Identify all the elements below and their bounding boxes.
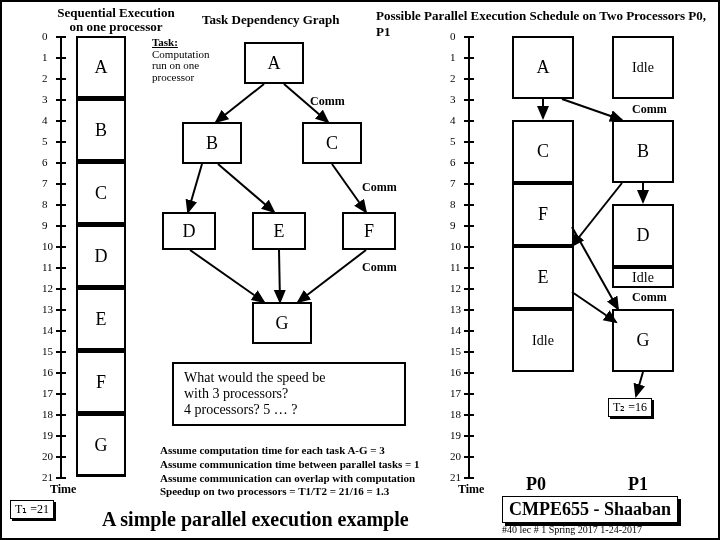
tick-label: 5 (450, 135, 456, 147)
dag-B: B (182, 122, 242, 164)
tick-mark (56, 309, 66, 311)
tick-mark (464, 78, 474, 80)
tick-label: 10 (42, 240, 53, 252)
dag-header: Task Dependency Graph (202, 12, 340, 28)
p0-C: C (512, 120, 574, 183)
tick-mark (56, 183, 66, 185)
tick-label: 0 (42, 30, 48, 42)
tick-mark (464, 99, 474, 101)
tick-label: 17 (42, 387, 53, 399)
tick-mark (56, 162, 66, 164)
tick-label: 4 (42, 114, 48, 126)
seq-F: F (76, 351, 126, 414)
tick-mark (464, 330, 474, 332)
tick-label: 12 (42, 282, 53, 294)
tick-label: 2 (450, 72, 456, 84)
tick-mark (464, 372, 474, 374)
tick-mark (464, 477, 474, 479)
tick-mark (56, 477, 66, 479)
tick-mark (56, 267, 66, 269)
tick-label: 9 (42, 219, 48, 231)
tick-mark (56, 393, 66, 395)
task-note: Task: Computation run on one processor (152, 37, 232, 83)
course-box: CMPE655 - Shaaban (502, 496, 678, 523)
tick-label: 8 (42, 198, 48, 210)
tick-label: 3 (42, 93, 48, 105)
dag-A: A (244, 42, 304, 84)
tick-label: 15 (450, 345, 461, 357)
tick-mark (464, 351, 474, 353)
tick-mark (464, 204, 474, 206)
assume-l3: Assume communication can overlap with co… (160, 472, 420, 486)
tick-mark (464, 36, 474, 38)
tick-mark (56, 414, 66, 416)
tick-label: 13 (42, 303, 53, 315)
tick-mark (464, 309, 474, 311)
seq-G: G (76, 414, 126, 477)
dag-F: F (342, 212, 396, 250)
comm-2: Comm (362, 180, 397, 195)
svg-line-15 (636, 372, 643, 396)
par-comm-1: Comm (632, 102, 667, 117)
tick-mark (56, 141, 66, 143)
q-l2: with 3 processors? (184, 386, 394, 402)
p1-label: P1 (628, 474, 648, 495)
seq-D: D (76, 225, 126, 288)
tick-mark (56, 456, 66, 458)
tick-label: 6 (42, 156, 48, 168)
tick-label: 1 (450, 51, 456, 63)
p1-idle1: Idle (612, 36, 674, 99)
tick-mark (464, 246, 474, 248)
tick-mark (56, 372, 66, 374)
slide-title: A simple parallel execution example (102, 508, 409, 531)
seq-axis (60, 36, 62, 478)
svg-line-7 (298, 250, 366, 302)
tick-mark (56, 288, 66, 290)
tick-mark (56, 351, 66, 353)
tick-label: 10 (450, 240, 461, 252)
tick-label: 18 (42, 408, 53, 420)
svg-line-9 (562, 99, 622, 120)
dag-E: E (252, 212, 306, 250)
question-box: What would the speed be with 3 processor… (172, 362, 406, 426)
seq-B: B (76, 99, 126, 162)
tick-mark (56, 36, 66, 38)
seq-C: C (76, 162, 126, 225)
assume-l2: Assume communication time between parall… (160, 458, 420, 472)
tick-label: 14 (42, 324, 53, 336)
tick-label: 4 (450, 114, 456, 126)
tick-label: 1 (42, 51, 48, 63)
p0-F: F (512, 183, 574, 246)
svg-line-6 (279, 250, 280, 302)
tick-label: 18 (450, 408, 461, 420)
tick-label: 0 (450, 30, 456, 42)
tick-label: 3 (450, 93, 456, 105)
tick-mark (464, 162, 474, 164)
p0-label: P0 (526, 474, 546, 495)
p0-idle: Idle (512, 309, 574, 372)
tick-mark (464, 120, 474, 122)
tick-mark (56, 246, 66, 248)
dag-C: C (302, 122, 362, 164)
tick-label: 17 (450, 387, 461, 399)
svg-line-3 (218, 164, 274, 212)
svg-line-14 (572, 292, 616, 322)
svg-line-0 (216, 84, 264, 122)
par-comm-2: Comm (632, 290, 667, 305)
seq-time-label: Time (50, 482, 76, 497)
tick-label: 5 (42, 135, 48, 147)
tick-mark (464, 183, 474, 185)
tick-label: 21 (42, 471, 53, 483)
tick-mark (464, 225, 474, 227)
p0-A: A (512, 36, 574, 99)
tick-mark (56, 435, 66, 437)
p0-E: E (512, 246, 574, 309)
tick-label: 12 (450, 282, 461, 294)
dag-D: D (162, 212, 216, 250)
tick-label: 8 (450, 198, 456, 210)
p1-idle2: Idle (612, 267, 674, 288)
tick-label: 16 (450, 366, 461, 378)
tick-label: 9 (450, 219, 456, 231)
tick-label: 19 (42, 429, 53, 441)
task-note-desc: Computation run on one processor (152, 48, 209, 83)
